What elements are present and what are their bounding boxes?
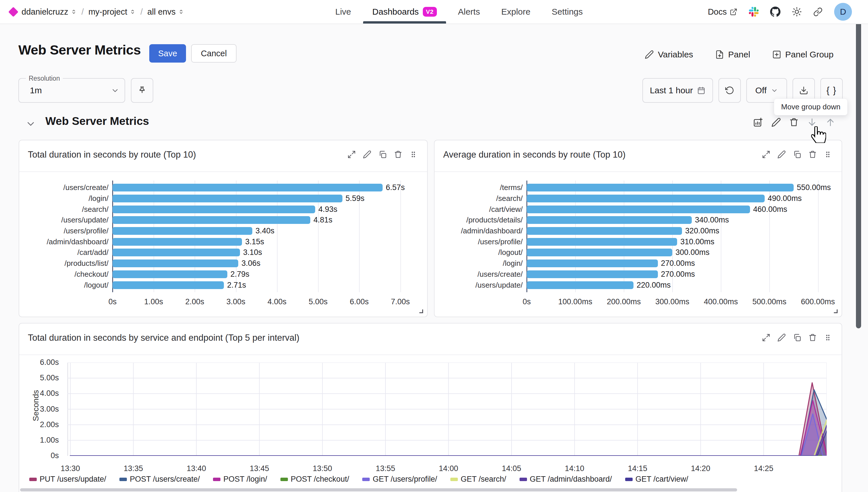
bar-value-label: 490.00ms [765, 194, 802, 203]
bar[interactable] [527, 270, 658, 278]
docs-link[interactable]: Docs [708, 7, 737, 17]
expand-icon[interactable] [762, 150, 770, 159]
slack-icon[interactable] [749, 7, 759, 17]
pin-button[interactable] [131, 78, 153, 103]
move-group-down-icon[interactable] [807, 117, 817, 127]
bar[interactable] [527, 205, 750, 213]
resolution-select[interactable]: Resolution 1m [18, 78, 125, 103]
add-chart-icon[interactable] [753, 117, 763, 127]
variables-button[interactable]: Variables [645, 50, 693, 59]
legend-item[interactable]: GET /cart/view/ [625, 475, 688, 484]
bar[interactable] [113, 270, 227, 278]
bar-value-label: 4.81s [310, 216, 332, 224]
panel-header: Total duration in seconds by route (Top … [19, 140, 427, 172]
bar[interactable] [113, 260, 238, 267]
legend-item[interactable]: GET /users/profile/ [362, 475, 437, 484]
share-link-icon[interactable] [813, 7, 823, 17]
bar-value-label: 310.00ms [677, 238, 714, 246]
bar[interactable] [527, 249, 672, 256]
add-panel-button[interactable]: Panel [715, 50, 750, 59]
breadcrumb-project[interactable]: my-project [89, 7, 136, 17]
bar[interactable] [527, 184, 794, 192]
copy-panel-icon[interactable] [378, 150, 387, 159]
expand-icon[interactable] [347, 150, 356, 159]
bar[interactable] [113, 184, 382, 192]
resize-handle[interactable] [834, 310, 838, 313]
bar-category-label: /users/profile/ [31, 226, 113, 236]
bar-value-label: 3.15s [242, 238, 264, 246]
delete-panel-icon[interactable] [808, 150, 817, 159]
top-bar: ddanielcruzz / my-project / all envs Liv… [0, 0, 868, 24]
legend-item[interactable]: PUT /users/update/ [29, 475, 106, 484]
bar-category-label: /login/ [31, 194, 113, 203]
legend-item[interactable]: GET /admin/dashboard/ [520, 475, 612, 484]
legend-item[interactable]: POST /login/ [213, 475, 267, 484]
breadcrumb-env[interactable]: all envs [147, 7, 184, 17]
edit-group-icon[interactable] [771, 117, 781, 127]
bar-row: /logout/2.71s [31, 279, 420, 291]
nav-explore[interactable]: Explore [501, 0, 530, 24]
bar-value-label: 300.00ms [672, 248, 710, 257]
refresh-button[interactable] [718, 78, 741, 103]
bar[interactable] [527, 238, 677, 246]
drag-handle-icon[interactable] [824, 150, 832, 158]
drag-handle-icon[interactable] [824, 334, 832, 342]
bar[interactable] [527, 227, 682, 235]
bar[interactable] [527, 260, 658, 267]
copy-panel-icon[interactable] [793, 150, 801, 159]
expand-icon[interactable] [762, 333, 770, 342]
bar-category-label: /login/ [446, 259, 527, 268]
nav-dashboards[interactable]: Dashboards V2 [372, 0, 437, 24]
legend-item[interactable]: GET /search/ [450, 475, 506, 484]
save-button[interactable]: Save [149, 44, 186, 63]
bar[interactable] [527, 216, 692, 224]
legend-item[interactable]: POST /users/create/ [119, 475, 200, 484]
x-tick-label: 13:40 [187, 464, 206, 473]
vertical-scrollbar-thumb[interactable] [856, 7, 861, 328]
calendar-icon [697, 86, 705, 95]
copy-panel-icon[interactable] [793, 333, 801, 342]
breadcrumb-org[interactable]: ddanielcruzz [22, 7, 77, 17]
resize-handle[interactable] [419, 310, 423, 313]
selector-icon [129, 8, 136, 15]
bar[interactable] [113, 249, 240, 256]
bar[interactable] [527, 281, 634, 289]
bar-category-label: /products/details/ [446, 216, 527, 224]
bar[interactable] [113, 195, 342, 202]
bar[interactable] [113, 281, 224, 289]
drag-handle-icon[interactable] [409, 150, 417, 158]
add-panel-group-button[interactable]: Panel Group [772, 50, 834, 59]
nav-live[interactable]: Live [335, 0, 351, 24]
bar[interactable] [113, 238, 242, 246]
brand-logo-icon[interactable] [8, 7, 18, 17]
bar[interactable] [113, 205, 315, 213]
bar-row: /cart/add/3.10s [31, 247, 420, 258]
github-icon[interactable] [770, 7, 780, 17]
delete-panel-icon[interactable] [808, 333, 817, 342]
bar[interactable] [527, 195, 765, 202]
nav-live-label: Live [335, 7, 351, 17]
edit-panel-icon[interactable] [777, 150, 786, 159]
edit-panel-icon[interactable] [363, 150, 371, 159]
bar-row: /users/create/6.57s [31, 182, 420, 193]
legend-item[interactable]: POST /checkout/ [280, 475, 349, 484]
group-collapse-chevron-icon[interactable] [25, 118, 36, 129]
x-tick-label: 7.00s [391, 297, 410, 306]
theme-sun-icon[interactable] [792, 7, 802, 17]
time-range-picker[interactable]: Last 1 hour [642, 78, 713, 103]
line-chart[interactable] [68, 363, 827, 456]
edit-panel-icon[interactable] [777, 333, 786, 342]
nav-settings[interactable]: Settings [552, 0, 583, 24]
delete-panel-icon[interactable] [394, 150, 402, 159]
bar-value-label: 2.71s [224, 281, 246, 290]
nav-alerts[interactable]: Alerts [458, 0, 480, 24]
avatar[interactable]: D [834, 3, 852, 21]
move-group-up-icon[interactable] [825, 117, 836, 127]
bar[interactable] [113, 227, 252, 235]
bar[interactable] [113, 216, 310, 224]
x-tick-label: 14:05 [502, 464, 521, 473]
panel-actions [347, 150, 417, 159]
delete-group-icon[interactable] [789, 117, 799, 127]
horizontal-scrollbar-thumb[interactable] [20, 488, 737, 491]
cancel-button[interactable]: Cancel [191, 44, 237, 63]
